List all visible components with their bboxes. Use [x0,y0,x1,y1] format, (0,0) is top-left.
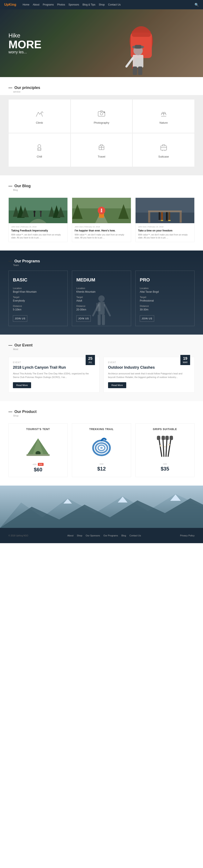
principle-suitcase: Suitcase [133,133,195,167]
blog-meta-2: John Doe | February 19, 2018 [75,226,128,228]
events-section: Our Event Most 25 JUL EVENT 2018 Lynch C… [0,335,203,401]
event-1-month: JUL [89,361,92,364]
principle-nature-label: Nature [160,121,168,124]
principle-travel-label: Travel [98,155,105,158]
products-subheading: Shop [8,414,195,417]
camera-icon [96,108,107,119]
blog-section: Our Blog Blog [0,175,203,250]
program-basic-distance: 5-10km [13,308,63,311]
blog-content-2: John Doe | February 19, 2018 I'm happier… [72,223,131,242]
event-1-title: 2018 Lynch Canyon Trail Run [13,365,95,370]
program-medium-location-label: Location [76,287,127,289]
program-pro-distance: 30-30m [140,308,190,311]
svg-point-83 [160,445,162,446]
principle-travel: Travel [71,133,133,167]
footer-link-shop[interactable]: Shop [77,534,82,537]
principles-subheading: service [8,90,195,93]
nav-home[interactable]: Home [23,3,29,6]
nav-links: Home About Programs Photos Sponsors Blog… [23,3,195,6]
nav-about[interactable]: About [33,3,39,6]
nav-sponsors[interactable]: Sponsors [69,3,79,6]
event-2-read-more-button[interactable]: Read More [108,382,126,388]
footer-link-sponsors[interactable]: Our Sponsors [86,534,100,537]
svg-rect-79 [157,436,160,440]
programs-section: Our Programs Team Basic Location Bogd Kh… [0,250,203,335]
navbar: UpKing Home About Programs Photos Sponso… [0,0,203,9]
search-icon[interactable]: 🔍 [195,3,199,7]
product-grips-price-area: ADD $35 [140,463,190,472]
mountain-icon [34,108,45,119]
products-grid: TOURIST'S TENT ADD $30 [0,419,203,486]
event-1: 25 JUL EVENT 2018 Lynch Canyon Trail Run… [8,357,99,393]
blog-heading: Our Blog [8,184,195,188]
hero-line3: worry les... [8,50,41,55]
principle-chill-label: Chill [37,155,42,158]
svg-rect-56 [158,220,161,221]
rope-svg [89,436,114,457]
blog-meta-1: John Doe | February 19, 2018 [11,226,65,228]
svg-rect-4 [133,55,143,67]
nav-programs[interactable]: Programs [43,3,54,6]
mountain-banner [0,486,203,528]
blog-content-3: John Doe | February 19, 2018 Take a time… [136,223,194,242]
nav-contact[interactable]: Contact Us [108,3,121,6]
dock-scene [136,198,194,223]
event-2-label: EVENT [108,361,190,364]
program-pro-name: PRO [140,277,190,283]
blog-image-1 [9,198,67,223]
suitcase-icon [158,142,169,152]
event-2-title: Outdoor Industry Clashes [108,365,190,370]
principle-nature: Nature [133,99,195,133]
program-basic-distance-label: Distance [13,305,63,307]
svg-point-85 [168,444,170,445]
brand-logo[interactable]: UpKing [4,3,16,6]
program-basic-join-button[interactable]: JOIN US [13,315,27,322]
events-heading: Our Event [8,343,195,347]
blog-excerpt-2: With value™, we don't make you start fro… [75,234,128,239]
programs-subheading: Team [8,264,195,267]
program-basic: Basic Location Bogd Khan Mountain Target… [8,271,68,326]
program-basic-location: Bogd Khan Mountain [13,290,63,293]
footer-link-about[interactable]: About [67,534,74,537]
nav-photos[interactable]: Photos [57,3,65,6]
svg-rect-33 [40,213,41,217]
blog-image-2 [72,198,131,223]
nav-shop[interactable]: Shop [99,3,105,6]
product-tent-image [13,434,63,460]
blog-image-3 [136,198,194,223]
footer-link-contact[interactable]: Contact Us [129,534,141,537]
event-1-date-badge: 25 JUL [86,355,95,365]
poles-svg [152,435,178,459]
product-grips-price: $35 [161,466,169,472]
blog-title-3: Take a time on your freedom [138,229,192,232]
program-medium-name: MEDIUM [76,277,127,283]
footer: © 2018 UpKing NGO About Shop Our Sponsor… [0,528,203,543]
principle-chill: Chill [8,133,70,167]
program-medium-target-label: Target [76,296,127,298]
blog-title-1: Taking Feedback Impersonally [11,229,65,232]
program-pro-join-button[interactable]: JOIN US [140,315,154,322]
blog-post-3: John Doe | February 19, 2018 Take a time… [135,197,195,242]
svg-line-10 [127,58,133,66]
programs-grid: Basic Location Bogd Khan Mountain Target… [8,271,195,326]
program-medium-distance-label: Distance [76,305,127,307]
svg-rect-8 [133,66,137,75]
nature-icon [158,108,169,119]
svg-rect-52 [159,212,160,221]
footer-nav: © 2018 UpKing NGO About Shop Our Sponsor… [8,534,195,537]
svg-rect-57 [161,220,163,221]
event-2-month: MAR [183,361,188,364]
product-grips: GRIPS SUITABLE [135,423,195,477]
footer-link-programs[interactable]: Our Programs [103,534,118,537]
brand-name: UpKing [4,3,16,6]
hero-line2: MORE [8,39,41,50]
footer-copy: © 2018 UpKing NGO [8,534,28,537]
nav-blog[interactable]: Blog & Tips [82,3,95,6]
product-rope-name: TREKKING TRAIL [76,428,127,431]
program-medium-join-button[interactable]: JOIN US [76,315,91,322]
footer-privacy-link[interactable]: Privacy Policy [180,534,195,537]
footer-link-blog[interactable]: Blog [122,534,126,537]
program-pro-target-label: Target [140,296,190,298]
event-1-read-more-button[interactable]: Read More [13,382,31,388]
program-medium-distance: 20-30km [76,308,127,311]
